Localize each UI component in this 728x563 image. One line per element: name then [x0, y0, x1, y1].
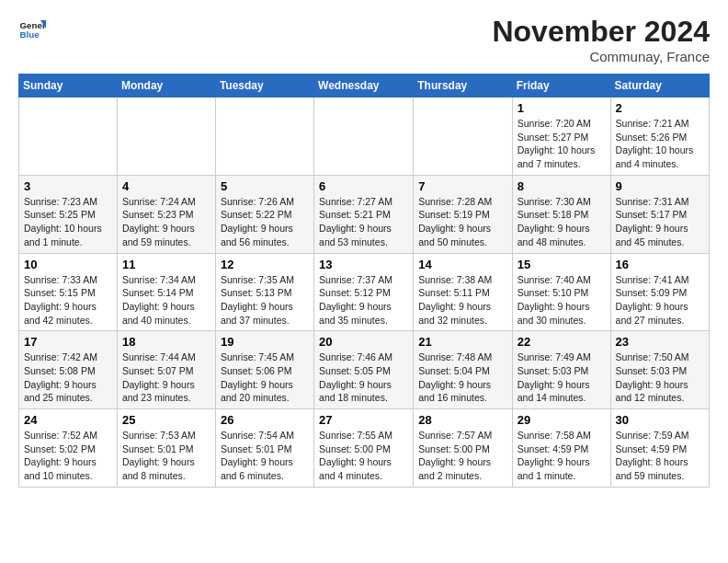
table-cell: 13Sunrise: 7:37 AM Sunset: 5:12 PM Dayli…: [314, 253, 414, 331]
day-number: 29: [518, 413, 606, 427]
table-cell: 2Sunrise: 7:21 AM Sunset: 5:26 PM Daylig…: [610, 98, 709, 176]
table-cell: 25Sunrise: 7:53 AM Sunset: 5:01 PM Dayli…: [117, 409, 215, 488]
svg-text:Blue: Blue: [20, 29, 40, 40]
table-cell: [19, 98, 118, 176]
day-info: Sunrise: 7:48 AM Sunset: 5:04 PM Dayligh…: [418, 350, 506, 405]
day-info: Sunrise: 7:55 AM Sunset: 5:00 PM Dayligh…: [319, 429, 408, 483]
table-cell: [117, 98, 215, 176]
title-block: November 2024 Communay, France: [492, 15, 710, 64]
table-cell: 21Sunrise: 7:48 AM Sunset: 5:04 PM Dayli…: [414, 331, 512, 409]
col-wednesday: Wednesday: [314, 75, 414, 98]
table-cell: 29Sunrise: 7:58 AM Sunset: 4:59 PM Dayli…: [512, 409, 610, 488]
day-number: 19: [221, 335, 309, 349]
table-cell: 8Sunrise: 7:30 AM Sunset: 5:18 PM Daylig…: [512, 175, 610, 253]
day-info: Sunrise: 7:20 AM Sunset: 5:27 PM Dayligh…: [518, 117, 606, 171]
table-cell: 22Sunrise: 7:49 AM Sunset: 5:03 PM Dayli…: [512, 331, 610, 409]
table-cell: 9Sunrise: 7:31 AM Sunset: 5:17 PM Daylig…: [610, 175, 709, 253]
table-cell: 5Sunrise: 7:26 AM Sunset: 5:22 PM Daylig…: [215, 175, 313, 253]
day-info: Sunrise: 7:27 AM Sunset: 5:21 PM Dayligh…: [319, 195, 408, 249]
table-cell: 27Sunrise: 7:55 AM Sunset: 5:00 PM Dayli…: [314, 409, 414, 488]
day-info: Sunrise: 7:24 AM Sunset: 5:23 PM Dayligh…: [122, 195, 210, 249]
location: Communay, France: [492, 49, 710, 64]
calendar-row: 24Sunrise: 7:52 AM Sunset: 5:02 PM Dayli…: [19, 409, 710, 488]
col-saturday: Saturday: [610, 75, 709, 98]
table-cell: 16Sunrise: 7:41 AM Sunset: 5:09 PM Dayli…: [610, 253, 709, 331]
day-number: 25: [122, 413, 210, 427]
day-info: Sunrise: 7:30 AM Sunset: 5:18 PM Dayligh…: [518, 195, 606, 249]
table-cell: [314, 98, 414, 176]
day-number: 26: [221, 413, 309, 427]
day-number: 2: [616, 101, 704, 115]
day-info: Sunrise: 7:57 AM Sunset: 5:00 PM Dayligh…: [418, 429, 506, 483]
day-number: 27: [319, 413, 408, 427]
table-cell: 19Sunrise: 7:45 AM Sunset: 5:06 PM Dayli…: [215, 331, 313, 409]
day-info: Sunrise: 7:44 AM Sunset: 5:07 PM Dayligh…: [122, 350, 210, 405]
day-number: 5: [221, 179, 309, 193]
day-info: Sunrise: 7:54 AM Sunset: 5:01 PM Dayligh…: [221, 429, 309, 483]
day-number: 15: [518, 258, 606, 271]
day-number: 14: [418, 258, 506, 271]
month-title: November 2024: [492, 15, 710, 49]
day-info: Sunrise: 7:40 AM Sunset: 5:10 PM Dayligh…: [518, 273, 606, 327]
day-number: 21: [418, 335, 506, 349]
day-number: 3: [24, 179, 112, 193]
day-number: 12: [221, 258, 309, 271]
day-number: 18: [122, 335, 210, 349]
calendar-row: 1Sunrise: 7:20 AM Sunset: 5:27 PM Daylig…: [19, 98, 710, 176]
day-number: 16: [616, 258, 704, 271]
col-thursday: Thursday: [414, 75, 512, 98]
day-number: 6: [319, 179, 408, 193]
table-cell: 18Sunrise: 7:44 AM Sunset: 5:07 PM Dayli…: [117, 331, 215, 409]
day-info: Sunrise: 7:52 AM Sunset: 5:02 PM Dayligh…: [24, 429, 112, 483]
day-number: 8: [518, 179, 606, 193]
day-info: Sunrise: 7:46 AM Sunset: 5:05 PM Dayligh…: [319, 350, 408, 405]
day-info: Sunrise: 7:31 AM Sunset: 5:17 PM Dayligh…: [616, 195, 704, 249]
table-cell: [414, 98, 512, 176]
table-cell: 1Sunrise: 7:20 AM Sunset: 5:27 PM Daylig…: [512, 98, 610, 176]
day-number: 1: [518, 101, 606, 115]
table-cell: 11Sunrise: 7:34 AM Sunset: 5:14 PM Dayli…: [117, 253, 215, 331]
table-cell: 12Sunrise: 7:35 AM Sunset: 5:13 PM Dayli…: [215, 253, 313, 331]
day-info: Sunrise: 7:50 AM Sunset: 5:03 PM Dayligh…: [616, 350, 704, 405]
logo: General Blue: [18, 15, 46, 42]
table-cell: 24Sunrise: 7:52 AM Sunset: 5:02 PM Dayli…: [19, 409, 118, 488]
day-number: 4: [122, 179, 210, 193]
table-cell: 10Sunrise: 7:33 AM Sunset: 5:15 PM Dayli…: [19, 253, 118, 331]
table-cell: 17Sunrise: 7:42 AM Sunset: 5:08 PM Dayli…: [19, 331, 118, 409]
day-info: Sunrise: 7:38 AM Sunset: 5:11 PM Dayligh…: [418, 273, 506, 327]
table-cell: 3Sunrise: 7:23 AM Sunset: 5:25 PM Daylig…: [19, 175, 118, 253]
day-number: 7: [418, 179, 506, 193]
calendar-row: 17Sunrise: 7:42 AM Sunset: 5:08 PM Dayli…: [19, 331, 710, 409]
day-info: Sunrise: 7:37 AM Sunset: 5:12 PM Dayligh…: [319, 273, 408, 327]
day-number: 13: [319, 258, 408, 271]
day-number: 10: [24, 258, 112, 271]
day-number: 20: [319, 335, 408, 349]
table-cell: 6Sunrise: 7:27 AM Sunset: 5:21 PM Daylig…: [314, 175, 414, 253]
col-tuesday: Tuesday: [215, 75, 313, 98]
day-info: Sunrise: 7:34 AM Sunset: 5:14 PM Dayligh…: [122, 273, 210, 327]
col-sunday: Sunday: [19, 75, 118, 98]
day-info: Sunrise: 7:58 AM Sunset: 4:59 PM Dayligh…: [518, 429, 606, 483]
day-info: Sunrise: 7:59 AM Sunset: 4:59 PM Dayligh…: [616, 429, 704, 483]
day-info: Sunrise: 7:53 AM Sunset: 5:01 PM Dayligh…: [122, 429, 210, 483]
table-cell: 20Sunrise: 7:46 AM Sunset: 5:05 PM Dayli…: [314, 331, 414, 409]
table-cell: [215, 98, 313, 176]
col-monday: Monday: [117, 75, 215, 98]
day-number: 11: [122, 258, 210, 271]
day-info: Sunrise: 7:21 AM Sunset: 5:26 PM Dayligh…: [616, 117, 704, 171]
day-info: Sunrise: 7:45 AM Sunset: 5:06 PM Dayligh…: [221, 350, 309, 405]
day-info: Sunrise: 7:33 AM Sunset: 5:15 PM Dayligh…: [24, 273, 112, 327]
day-number: 30: [616, 413, 704, 427]
calendar-row: 10Sunrise: 7:33 AM Sunset: 5:15 PM Dayli…: [19, 253, 710, 331]
table-cell: 26Sunrise: 7:54 AM Sunset: 5:01 PM Dayli…: [215, 409, 313, 488]
day-number: 9: [616, 179, 704, 193]
table-cell: 15Sunrise: 7:40 AM Sunset: 5:10 PM Dayli…: [512, 253, 610, 331]
calendar-row: 3Sunrise: 7:23 AM Sunset: 5:25 PM Daylig…: [19, 175, 710, 253]
table-cell: 4Sunrise: 7:24 AM Sunset: 5:23 PM Daylig…: [117, 175, 215, 253]
table-cell: 30Sunrise: 7:59 AM Sunset: 4:59 PM Dayli…: [610, 409, 709, 488]
day-number: 24: [24, 413, 112, 427]
day-info: Sunrise: 7:23 AM Sunset: 5:25 PM Dayligh…: [24, 195, 112, 249]
header: General Blue November 2024 Communay, Fra…: [18, 15, 710, 64]
day-info: Sunrise: 7:42 AM Sunset: 5:08 PM Dayligh…: [24, 350, 112, 405]
header-row: Sunday Monday Tuesday Wednesday Thursday…: [19, 75, 710, 98]
